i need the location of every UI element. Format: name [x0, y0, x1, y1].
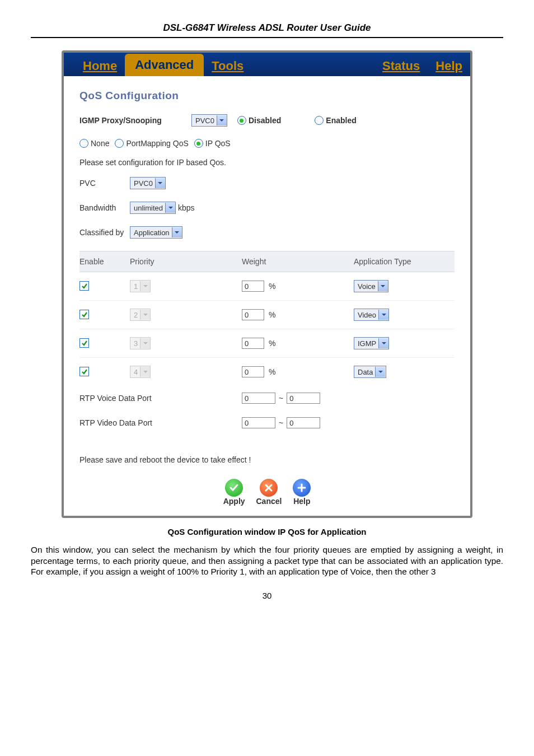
chevron-down-icon: [172, 227, 182, 237]
tab-status[interactable]: Status: [374, 55, 428, 76]
apptype-value: Video: [358, 311, 376, 319]
body-paragraph: On this window, you can select the mecha…: [31, 544, 503, 577]
enable-checkbox[interactable]: [79, 281, 89, 291]
apptype-value: Data: [358, 368, 373, 376]
rtp-video-from-input[interactable]: [242, 417, 275, 428]
igmp-pvc-select[interactable]: PVC0: [191, 114, 227, 127]
ipqos-headers: Enable Priority Weight Application Type: [79, 251, 455, 272]
priority-select: 1: [130, 280, 151, 292]
weight-unit: %: [269, 339, 275, 348]
weight-input[interactable]: [242, 309, 264, 320]
ipqos-row: 4%Data: [79, 358, 455, 386]
weight-unit: %: [269, 282, 275, 291]
chevron-down-icon: [375, 367, 385, 377]
priority-value: 1: [134, 282, 138, 291]
hdr-enable: Enable: [79, 257, 130, 266]
tab-home[interactable]: Home: [75, 55, 125, 76]
apptype-select[interactable]: IGMP: [354, 337, 389, 349]
header-rule: [31, 37, 503, 38]
igmp-pvc-value: PVC0: [195, 116, 214, 125]
pvc-value: PVC0: [134, 179, 153, 188]
weight-unit: %: [269, 367, 275, 376]
ipqos-row: 1%Voice: [79, 272, 455, 301]
enable-checkbox[interactable]: [79, 310, 89, 319]
apptype-select[interactable]: Voice: [354, 280, 388, 292]
save-reboot-notice: Please save and reboot the device to tak…: [79, 455, 455, 464]
chevron-down-icon: [140, 281, 150, 291]
priority-value: 3: [134, 339, 138, 348]
chevron-down-icon: [140, 367, 150, 377]
doc-header: DSL-G684T Wireless ADSL Router User Guid…: [31, 22, 503, 34]
chevron-down-icon: [140, 310, 150, 320]
igmp-enabled-label: Enabled: [326, 116, 356, 125]
tab-help[interactable]: Help: [428, 55, 470, 76]
ipqos-row: 2%Video: [79, 301, 455, 329]
apptype-value: IGMP: [358, 339, 376, 348]
chevron-down-icon: [378, 310, 388, 320]
cancel-button[interactable]: [260, 479, 278, 497]
help-label: Help: [293, 497, 310, 506]
enable-checkbox[interactable]: [79, 367, 89, 376]
apply-label: Apply: [223, 497, 245, 506]
priority-select: 2: [130, 309, 151, 321]
tab-bar: Home Advanced Tools Status Help: [64, 53, 470, 76]
chevron-down-icon: [378, 281, 388, 291]
cancel-label: Cancel: [256, 497, 282, 506]
help-button[interactable]: [293, 479, 311, 497]
rtp-voice-label: RTP Voice Data Port: [79, 394, 242, 403]
igmp-disabled-label: Disabled: [249, 116, 281, 125]
priority-value: 2: [134, 311, 138, 319]
rtp-voice-from-input[interactable]: [242, 393, 275, 404]
button-row: Apply Cancel Help: [79, 479, 455, 506]
classified-select[interactable]: Application: [130, 226, 182, 239]
weight-unit: %: [269, 310, 275, 319]
apptype-select[interactable]: Video: [354, 309, 389, 321]
enable-checkbox[interactable]: [79, 338, 89, 348]
bandwidth-value: unlimited: [134, 204, 163, 212]
igmp-enabled-radio[interactable]: [315, 116, 324, 125]
hdr-weight: Weight: [242, 257, 354, 266]
tab-advanced[interactable]: Advanced: [125, 54, 204, 76]
hdr-apptype: Application Type: [354, 257, 455, 266]
page-number: 30: [31, 591, 503, 600]
mode-ipqos-label: IP QoS: [205, 139, 231, 148]
weight-input[interactable]: [242, 366, 264, 377]
weight-input[interactable]: [242, 338, 264, 349]
config-panel: Home Advanced Tools Status Help QoS Conf…: [62, 50, 472, 518]
classified-label: Classified by: [79, 228, 130, 237]
pvc-select[interactable]: PVC0: [130, 177, 166, 189]
plus-icon: [297, 483, 307, 493]
mode-portmapping-radio[interactable]: [115, 139, 124, 148]
apply-button[interactable]: [225, 479, 243, 497]
range-separator: ~: [279, 418, 283, 427]
weight-input[interactable]: [242, 281, 264, 292]
bandwidth-select[interactable]: unlimited: [130, 202, 176, 214]
bandwidth-unit: kbps: [178, 203, 195, 212]
bandwidth-label: Bandwidth: [79, 203, 130, 212]
pvc-label: PVC: [79, 179, 130, 188]
priority-value: 4: [134, 368, 138, 376]
x-icon: [264, 483, 274, 493]
mode-none-radio[interactable]: [79, 139, 88, 148]
hdr-priority: Priority: [130, 257, 242, 266]
check-icon: [229, 483, 239, 493]
ipqos-instruction: Please set configuration for IP based Qo…: [79, 158, 455, 167]
chevron-down-icon: [378, 338, 388, 348]
rtp-video-to-input[interactable]: [287, 417, 320, 428]
ipqos-row: 3%IGMP: [79, 329, 455, 358]
mode-portmapping-label: PortMapping QoS: [126, 139, 188, 148]
rtp-video-label: RTP Video Data Port: [79, 418, 242, 427]
igmp-proxy-label: IGMP Proxy/Snooping: [79, 116, 191, 125]
chevron-down-icon: [140, 338, 150, 348]
rtp-voice-to-input[interactable]: [287, 393, 320, 404]
tab-tools[interactable]: Tools: [204, 55, 251, 76]
chevron-down-icon: [155, 178, 165, 188]
figure-caption: QoS Configuration window IP QoS for Appl…: [31, 527, 503, 536]
apptype-value: Voice: [358, 282, 376, 291]
igmp-disabled-radio[interactable]: [237, 116, 246, 125]
chevron-down-icon: [165, 203, 175, 213]
priority-select: 4: [130, 366, 151, 378]
mode-ipqos-radio[interactable]: [194, 139, 203, 148]
range-separator: ~: [279, 394, 283, 403]
apptype-select[interactable]: Data: [354, 366, 386, 378]
